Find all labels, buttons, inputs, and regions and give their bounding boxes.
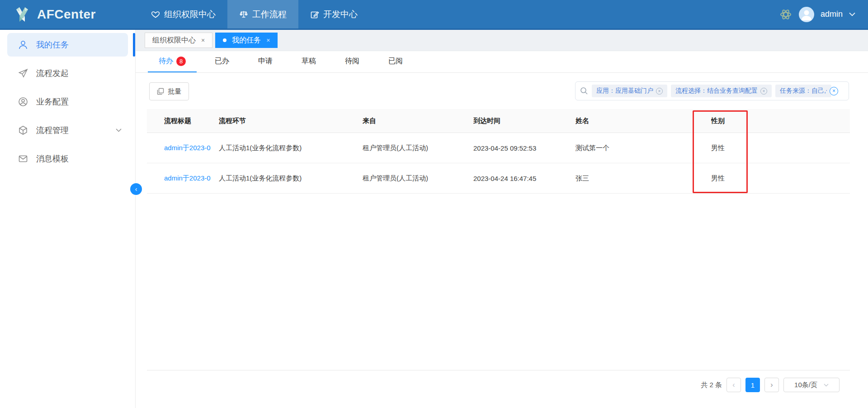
- sidebar: 我的任务 流程发起 业务配置 流程管理 消息模板: [0, 30, 136, 408]
- send-icon: [18, 68, 28, 78]
- filter-chip-app[interactable]: 应用：应用基础门户 ×: [592, 85, 667, 97]
- heart-icon: [151, 10, 160, 19]
- gender-cell: 男性: [711, 174, 850, 183]
- sidebar-item-start-process[interactable]: 流程发起: [7, 62, 128, 85]
- sidebar-item-label: 消息模板: [36, 153, 69, 164]
- process-step-cell: 人工活动1(业务化流程参数): [219, 174, 363, 183]
- subtab-label: 草稿: [302, 57, 316, 66]
- prev-page-button[interactable]: ‹: [726, 378, 741, 392]
- subtab-todo[interactable]: 待办 8: [148, 51, 197, 72]
- gpt-icon[interactable]: [779, 8, 793, 21]
- app-title: AFCenter: [37, 7, 96, 22]
- batch-label: 批量: [168, 87, 181, 96]
- process-step-cell: 人工活动1(业务化流程参数): [219, 144, 363, 152]
- search-icon: [580, 87, 588, 95]
- sidebar-item-label: 流程管理: [36, 125, 69, 136]
- pagination: 共 2 条 ‹ 1 › 10条/页: [701, 378, 840, 392]
- active-dot: [223, 38, 226, 42]
- workspace-tab-my-tasks[interactable]: 我的任务 ×: [215, 33, 278, 48]
- process-title-link[interactable]: admin于2023-0: [164, 174, 211, 182]
- sidebar-item-business-config[interactable]: 业务配置: [7, 90, 128, 114]
- tab-label: 组织权限中心: [152, 36, 196, 45]
- next-icon: ›: [770, 381, 773, 389]
- nav-item-dev-center[interactable]: 开发中心: [298, 0, 369, 28]
- app-logo: AFCenter: [13, 5, 130, 24]
- task-table: 流程标题 流程环节 来自 到达时间 姓名 性别 admin于2023-0 人工活…: [147, 109, 850, 194]
- name-cell: 测试第一个: [576, 144, 711, 152]
- username-label[interactable]: admin: [821, 9, 843, 19]
- remove-filter-icon[interactable]: ×: [760, 88, 767, 95]
- close-icon[interactable]: ×: [201, 37, 205, 44]
- main-content: 组织权限中心 × 我的任务 × 待办 8 已办 申请 草稿 待阅 已阅: [136, 30, 868, 408]
- name-cell: 张三: [576, 174, 711, 183]
- filter-chip-process[interactable]: 流程选择：结合业务查询配置 ×: [671, 85, 772, 97]
- subtab-to-read[interactable]: 待阅: [334, 51, 370, 72]
- page-number-button[interactable]: 1: [745, 378, 760, 392]
- subtab-apply[interactable]: 申请: [247, 51, 283, 72]
- col-header-from: 来自: [363, 117, 473, 125]
- subtab-label: 申请: [258, 57, 273, 66]
- sidebar-item-my-tasks[interactable]: 我的任务: [7, 33, 128, 57]
- col-header-process-title: 流程标题: [164, 117, 219, 125]
- nav-item-workflow[interactable]: 工作流程: [227, 0, 298, 28]
- subtab-read[interactable]: 已阅: [377, 51, 414, 72]
- chevron-down-icon[interactable]: [116, 128, 122, 132]
- collapse-icon: ‹: [135, 185, 137, 193]
- table-toolbar: 批量 应用：应用基础门户 × 流程选择：结合业务查询配置 × 任务来源：自己,代…: [136, 73, 868, 109]
- remove-filter-icon[interactable]: ×: [656, 88, 663, 95]
- subtab-label: 待阅: [345, 57, 359, 66]
- table-row[interactable]: admin于2023-0 人工活动1(业务化流程参数) 租户管理员(人工活动) …: [147, 163, 850, 194]
- batch-button[interactable]: 批量: [149, 82, 189, 100]
- sidebar-item-label: 我的任务: [36, 39, 69, 50]
- page-size-select[interactable]: 10条/页: [783, 378, 840, 392]
- scale-icon: [239, 10, 248, 19]
- edit-icon: [310, 10, 319, 19]
- table-row[interactable]: admin于2023-0 人工活动1(业务化流程参数) 租户管理员(人工活动) …: [147, 133, 850, 163]
- workspace-tabstrip: 组织权限中心 × 我的任务 ×: [136, 30, 868, 51]
- filter-chip-label: 流程选择：结合业务查询配置: [675, 87, 758, 95]
- sidebar-item-process-mgmt[interactable]: 流程管理: [7, 119, 128, 142]
- nav-item-label: 开发中心: [323, 9, 358, 20]
- navbar-right: admin: [779, 0, 855, 28]
- process-title-link[interactable]: admin于2023-0: [164, 144, 211, 152]
- afcenter-logo-icon: [13, 5, 32, 24]
- filter-chip-task-source[interactable]: 任务来源：自己,代: [775, 85, 831, 97]
- chevron-down-icon[interactable]: [849, 12, 855, 16]
- subtab-draft[interactable]: 草稿: [291, 51, 327, 72]
- user-circle-icon: [18, 97, 28, 107]
- total-count-label: 共 2 条: [701, 381, 722, 389]
- gender-cell: 男性: [711, 144, 850, 152]
- batch-icon: [157, 88, 164, 95]
- nav-item-label: 组织权限中心: [164, 9, 216, 20]
- filter-search-box[interactable]: 应用：应用基础门户 × 流程选择：结合业务查询配置 × 任务来源：自己,代 ×: [575, 81, 849, 100]
- chevron-down-icon: [824, 384, 829, 387]
- close-icon[interactable]: ×: [266, 37, 270, 44]
- from-cell: 租户管理员(人工活动): [363, 174, 473, 183]
- page-size-label: 10条/页: [794, 381, 817, 389]
- top-navbar: AFCenter 组织权限中心 工作流程 开发中心: [0, 0, 868, 30]
- top-nav-menu: 组织权限中心 工作流程 开发中心: [139, 0, 369, 28]
- subtab-done[interactable]: 已办: [204, 51, 240, 72]
- table-header-row: 流程标题 流程环节 来自 到达时间 姓名 性别: [147, 109, 850, 133]
- user-avatar[interactable]: [799, 7, 814, 22]
- sidebar-item-label: 流程发起: [36, 68, 69, 79]
- cube-icon: [18, 125, 28, 135]
- clear-filter-icon[interactable]: ×: [830, 87, 838, 95]
- person-icon: [799, 7, 814, 22]
- col-header-gender: 性别: [711, 117, 850, 125]
- nav-item-org-center[interactable]: 组织权限中心: [139, 0, 227, 28]
- next-page-button[interactable]: ›: [764, 378, 779, 392]
- col-header-arrive-time: 到达时间: [473, 117, 576, 125]
- sidebar-item-label: 业务配置: [36, 96, 69, 107]
- sidebar-item-message-template[interactable]: 消息模板: [7, 147, 128, 171]
- nav-item-label: 工作流程: [252, 9, 287, 20]
- sidebar-collapse-button[interactable]: ‹: [130, 183, 142, 195]
- subtab-label: 待办: [159, 57, 173, 66]
- workspace-tab-org-center[interactable]: 组织权限中心 ×: [145, 33, 212, 48]
- arrive-time-cell: 2023-04-25 09:52:53: [473, 144, 576, 152]
- tab-label: 我的任务: [232, 36, 261, 45]
- filter-chip-label: 应用：应用基础门户: [596, 87, 653, 95]
- user-icon: [18, 40, 28, 50]
- from-cell: 租户管理员(人工活动): [363, 144, 473, 152]
- subtab-label: 已阅: [388, 57, 403, 66]
